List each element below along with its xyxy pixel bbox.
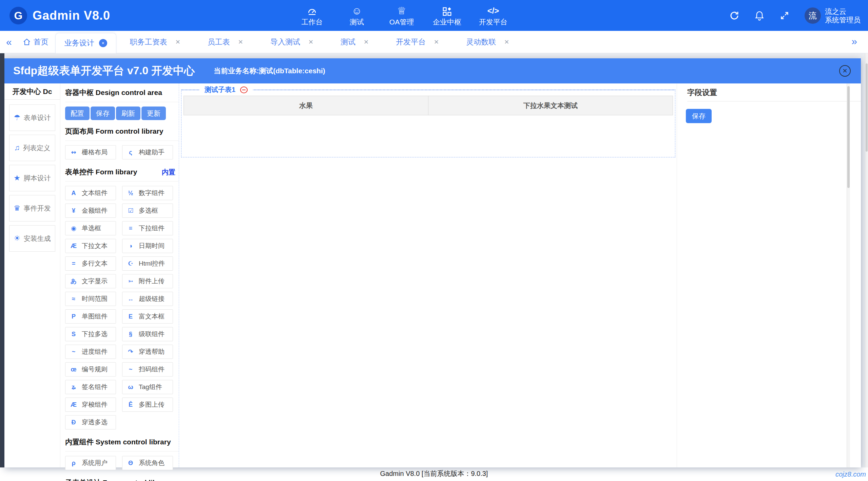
devnav-item-安装生成[interactable]: ☀安装生成 <box>9 225 55 252</box>
close-icon[interactable]: ✕ <box>434 38 439 46</box>
subtable-block: 测试子表1 水果 下拉水果文本测试 <box>181 90 675 157</box>
page-scrollbar[interactable] <box>865 53 868 481</box>
avatar[interactable]: 流 <box>805 7 821 24</box>
bell-icon[interactable] <box>754 11 765 21</box>
close-icon[interactable]: ✕ <box>364 38 369 46</box>
nav-item-企业中枢[interactable]: 企业中枢 <box>433 4 461 27</box>
page-scrollbar-thumb[interactable] <box>866 63 868 152</box>
component-item-单选框[interactable]: ◉单选框 <box>65 221 116 235</box>
component-item-扫码组件[interactable]: ~扫码组件 <box>122 362 173 377</box>
refresh-icon[interactable] <box>729 11 739 21</box>
component-item-穿梭组件[interactable]: Æ穿梭组件 <box>65 398 116 412</box>
component-item-进度组件[interactable]: ~进度组件 <box>65 345 116 359</box>
text-icon: A <box>70 190 77 197</box>
component-item-下拉多选[interactable]: S下拉多选 <box>65 327 116 341</box>
drill-help-icon: ↷ <box>127 348 134 355</box>
component-item-时间范围[interactable]: ≈时间范围 <box>65 292 116 306</box>
component-item-日期时间[interactable]: ◑日期时间 <box>122 239 173 253</box>
tab-home[interactable]: 首页 <box>18 37 55 47</box>
component-item-Tag组件[interactable]: ωTag组件 <box>122 380 173 394</box>
smiley-icon: ☺ <box>352 4 362 17</box>
remove-subtable-button[interactable] <box>240 86 248 93</box>
blocks-icon <box>442 4 452 17</box>
drill-multi-icon: Ð <box>70 419 77 426</box>
tab-active[interactable]: 业务设计 × <box>55 33 116 53</box>
component-item-label: 进度组件 <box>82 347 108 356</box>
tab-导入测试[interactable]: 导入测试✕ <box>257 37 327 47</box>
component-item-穿透多选[interactable]: Ð穿透多选 <box>65 415 116 429</box>
component-item-下拉文本[interactable]: Æ下拉文本 <box>65 239 116 253</box>
tabs-collapse-button[interactable]: « <box>0 36 18 48</box>
component-item-签名组件[interactable]: ʑ签名组件 <box>65 380 116 394</box>
component-item-label: 附件上传 <box>139 277 165 286</box>
devnav-item-label: 安装生成 <box>24 234 51 243</box>
component-item-label: 系统角色 <box>139 459 165 467</box>
component-item-栅格布局[interactable]: ↭栅格布局 <box>65 145 116 159</box>
component-item-超级链接[interactable]: ↔超级链接 <box>122 292 173 306</box>
component-item-多选框[interactable]: ☑多选框 <box>122 204 173 218</box>
richtext-icon: E <box>127 313 134 320</box>
nav-item-工作台[interactable]: 工作台 <box>298 4 326 27</box>
tab-开发平台[interactable]: 开发平台✕ <box>382 37 452 47</box>
save-field-button[interactable]: 保存 <box>686 109 712 123</box>
nav-item-开发平台[interactable]: </>开发平台 <box>479 4 507 27</box>
devnav-item-列表定义[interactable]: ♫列表定义 <box>9 135 55 161</box>
component-item-多图上传[interactable]: Ê多图上传 <box>122 398 173 412</box>
component-item-单图组件[interactable]: P单图组件 <box>65 309 116 324</box>
user-menu[interactable]: 流 流之云 系统管理员 <box>805 7 861 24</box>
close-window-icon[interactable]: ✕ <box>839 65 851 77</box>
close-icon[interactable]: ✕ <box>504 38 509 46</box>
devnav-item-表单设计[interactable]: ☂表单设计 <box>9 104 55 131</box>
component-item-级联组件[interactable]: §级联组件 <box>122 327 173 341</box>
component-item-金额组件[interactable]: ¥金额组件 <box>65 204 116 218</box>
component-item-系统用户[interactable]: ρ系统用户 <box>65 456 116 470</box>
star-icon: ★ <box>14 174 20 182</box>
tabs-expand-button[interactable]: » <box>845 36 863 47</box>
component-item-label: 穿梭组件 <box>82 400 108 409</box>
close-icon[interactable]: ✕ <box>238 38 243 46</box>
nav-item-OA管理[interactable]: ♕OA管理 <box>388 4 415 27</box>
tab-员工表[interactable]: 员工表✕ <box>194 37 257 47</box>
field-settings-title: 字段设置 <box>687 88 861 98</box>
tab-测试[interactable]: 测试✕ <box>327 37 382 47</box>
component-item-label: 多行文本 <box>82 259 108 268</box>
panel-button-配置[interactable]: 配置 <box>65 107 90 120</box>
component-item-编号规则[interactable]: œ编号规则 <box>65 362 116 377</box>
devnav-item-label: 脚本设计 <box>24 174 51 183</box>
component-item-附件上传[interactable]: ➳附件上传 <box>122 274 173 288</box>
component-item-文字显示[interactable]: あ文字显示 <box>65 274 116 288</box>
component-item-数字组件[interactable]: ½数字组件 <box>122 186 173 200</box>
devnav-item-事件开发[interactable]: ♛事件开发 <box>9 195 55 222</box>
builtin-link[interactable]: 内置 <box>162 168 175 177</box>
system-library-title: 内置组件 System control library <box>65 433 179 451</box>
component-item-文本组件[interactable]: A文本组件 <box>65 186 116 200</box>
subtable-header: 水果 下拉水果文本测试 <box>184 96 673 115</box>
fullscreen-icon[interactable] <box>779 11 790 21</box>
tab-灵动数联[interactable]: 灵动数联✕ <box>452 37 523 47</box>
component-item-富文本框[interactable]: E富文本框 <box>122 309 173 324</box>
panel-button-刷新[interactable]: 刷新 <box>116 107 140 120</box>
panel-button-保存[interactable]: 保存 <box>91 107 115 120</box>
panel-button-更新[interactable]: 更新 <box>141 107 166 120</box>
component-item-label: 下拉多选 <box>82 330 108 339</box>
nav-item-测试[interactable]: ☺测试 <box>343 4 370 27</box>
component-item-构建助手[interactable]: ς构建助手 <box>122 145 173 159</box>
component-item-下拉组件[interactable]: ≡下拉组件 <box>122 221 173 235</box>
component-item-label: Tag组件 <box>139 383 162 391</box>
close-icon[interactable]: ✕ <box>175 38 180 46</box>
close-icon[interactable]: × <box>99 39 107 47</box>
component-item-label: 穿透帮助 <box>139 347 165 356</box>
component-item-label: 系统用户 <box>82 459 108 467</box>
tab-职务工资表[interactable]: 职务工资表✕ <box>116 37 194 47</box>
component-item-Html控件[interactable]: ☪Html控件 <box>122 256 173 271</box>
component-item-系统角色[interactable]: Θ系统角色 <box>122 456 173 470</box>
panel-scrollbar-thumb[interactable] <box>847 86 850 188</box>
component-item-穿透帮助[interactable]: ↷穿透帮助 <box>122 345 173 359</box>
close-icon[interactable]: ✕ <box>308 38 313 46</box>
code-icon: </> <box>487 4 499 17</box>
component-item-多行文本[interactable]: =多行文本 <box>65 256 116 271</box>
panel-scrollbar[interactable] <box>847 83 850 467</box>
devnav-item-脚本设计[interactable]: ★脚本设计 <box>9 165 55 191</box>
image-icon: P <box>70 313 77 320</box>
dev-center-title: 开发中心 Dc <box>4 83 60 100</box>
